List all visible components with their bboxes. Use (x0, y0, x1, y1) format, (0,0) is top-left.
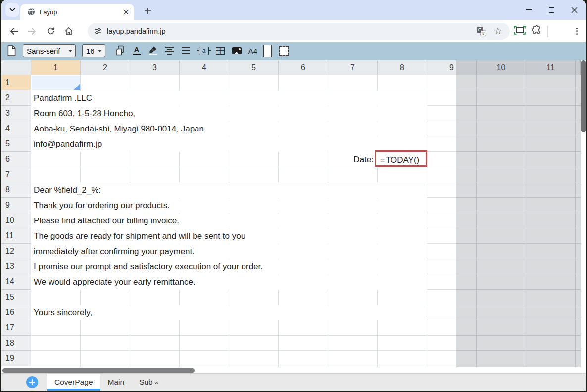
column-header-7[interactable]: 7 (328, 60, 378, 75)
window-minimize-button[interactable] (517, 0, 540, 20)
row-header-2[interactable]: 2 (1, 90, 31, 106)
url-bar[interactable]: layup.pandafirm.jp G 文 ☆ (88, 23, 510, 40)
column-header-1[interactable]: 1 (31, 60, 81, 75)
text-row-5[interactable]: info@pandafirm.jp (31, 137, 427, 152)
tab-close-icon[interactable]: ✕ (123, 8, 129, 16)
new-file-button[interactable] (6, 45, 16, 56)
row-header-9[interactable]: 9 (1, 198, 31, 213)
profile-avatar[interactable]: S (554, 24, 567, 38)
translate-button[interactable]: G 文 (475, 25, 487, 37)
grid-canvas[interactable]: Pandafirm .LLCRoom 603, 1-5-28 Honcho,Ao… (31, 75, 581, 367)
home-icon (64, 26, 74, 36)
row-header-1[interactable]: 1 (1, 75, 31, 90)
row-header-13[interactable]: 13 (1, 259, 31, 274)
row-header-6[interactable]: 6 (1, 152, 31, 167)
column-header-filler (576, 60, 581, 75)
tab-search-chevron-button[interactable] (5, 3, 19, 17)
column-header-8[interactable]: 8 (378, 60, 427, 75)
row-header-14[interactable]: 14 (1, 274, 31, 290)
grid-corner-box[interactable] (1, 60, 31, 75)
row-header-19[interactable]: 19 (1, 351, 31, 366)
app-toolbar: Sans-serif 16 A (1, 42, 586, 60)
text-row-10[interactable]: Please find attached our billing invoice… (31, 214, 427, 228)
row-header-17[interactable]: 17 (1, 320, 31, 336)
row-header-12[interactable]: 12 (1, 244, 31, 259)
fill-color-swatch (149, 54, 157, 56)
insert-image-button[interactable] (232, 47, 242, 54)
column-header-5[interactable]: 5 (229, 60, 279, 75)
sheet-tab-coverpage[interactable]: CoverPage (47, 374, 100, 391)
sheet-tab-sub[interactable]: Sub∞ (132, 374, 166, 391)
text-row-4[interactable]: Aoba-ku, Sendai-shi, Miyagi 980-0014, Ja… (31, 122, 427, 136)
row-header-5[interactable]: 5 (1, 136, 31, 152)
spreadsheet-grid: 1234567891011 12345678910111213141516171… (1, 60, 586, 367)
browser-tab[interactable]: Layup ✕ (20, 4, 134, 20)
new-tab-button[interactable] (141, 4, 155, 18)
text-row-11[interactable]: The goods are ready for shipment and wil… (31, 229, 427, 244)
window-close-button[interactable] (563, 0, 586, 20)
back-button[interactable] (7, 25, 20, 38)
text-row-14[interactable]: We would appreciate your early remittanc… (31, 275, 427, 290)
horizontal-scrollbar[interactable] (1, 367, 586, 373)
highlighted-formula-cell[interactable]: =TODAY() (375, 150, 427, 167)
row-header-10[interactable]: 10 (1, 213, 31, 228)
bookmark-button[interactable]: ☆ (492, 25, 504, 37)
column-header-9[interactable]: 9 (427, 60, 477, 75)
align-left-button[interactable] (164, 47, 174, 55)
font-family-select-wrap: Sans-serif (23, 44, 76, 57)
horizontal-scrollbar-thumb[interactable] (2, 368, 195, 373)
row-header-18[interactable]: 18 (1, 336, 31, 351)
page-size-label[interactable]: A4 (248, 47, 258, 55)
column-header-4[interactable]: 4 (180, 60, 229, 75)
row-header-16[interactable]: 16 (1, 305, 31, 320)
font-color-button[interactable]: A (132, 46, 142, 56)
text-row-8[interactable]: Dear %field_2_%: (31, 183, 427, 198)
cell-r6c7[interactable]: Date: (328, 152, 378, 167)
vertical-scrollbar[interactable] (581, 60, 586, 367)
vertical-scrollbar-thumb[interactable] (581, 60, 586, 132)
sheet-tabs: CoverPageMainSub∞ (47, 374, 166, 391)
text-row-12[interactable]: immediately after confirming your paymen… (31, 244, 427, 259)
fill-color-button[interactable] (148, 46, 158, 56)
column-header-10[interactable]: 10 (477, 60, 526, 75)
avatar-initial: S (558, 27, 563, 35)
column-headers: 1234567891011 (31, 60, 581, 75)
font-family-select[interactable]: Sans-serif (23, 44, 76, 57)
browser-menu-button[interactable] (573, 28, 581, 35)
column-header-11[interactable]: 11 (526, 60, 576, 75)
borders-button[interactable] (215, 47, 225, 55)
reload-button[interactable] (44, 25, 57, 38)
column-header-6[interactable]: 6 (279, 60, 328, 75)
url-text[interactable]: layup.pandafirm.jp (107, 27, 470, 35)
line-spacing-button[interactable] (181, 47, 191, 54)
sheet-tab-main[interactable]: Main (100, 374, 132, 391)
screen-capture-extension-button[interactable] (514, 26, 526, 37)
translate-icon: G 文 (476, 26, 486, 36)
minimize-icon (526, 9, 532, 10)
row-header-8[interactable]: 8 (1, 182, 31, 198)
chevron-down-icon (9, 8, 15, 12)
shrink-to-fit-button[interactable]: a (199, 47, 209, 55)
text-row-3[interactable]: Room 603, 1-5-28 Honcho, (31, 106, 427, 121)
row-header-4[interactable]: 4 (1, 121, 31, 136)
add-sheet-button[interactable] (26, 376, 38, 388)
page-orientation-button[interactable] (262, 45, 272, 57)
forward-button[interactable] (26, 25, 39, 38)
row-header-7[interactable]: 7 (1, 167, 31, 182)
print-area-button[interactable] (279, 46, 289, 56)
row-header-15[interactable]: 15 (1, 290, 31, 305)
text-row-16[interactable]: Yours sincerely, (31, 305, 427, 320)
row-header-11[interactable]: 11 (1, 228, 31, 244)
row-header-3[interactable]: 3 (1, 106, 31, 121)
selected-cell[interactable] (32, 76, 80, 90)
copy-button[interactable] (115, 45, 125, 56)
column-header-2[interactable]: 2 (81, 60, 130, 75)
text-row-9[interactable]: Thank you for ordering our products. (31, 198, 427, 213)
text-row-2[interactable]: Pandafirm .LLC (31, 91, 427, 106)
font-size-select[interactable]: 16 (82, 44, 105, 57)
home-button[interactable] (62, 25, 75, 38)
extensions-button[interactable] (532, 25, 541, 37)
text-row-13[interactable]: I promise our prompt and satisfactory ex… (31, 260, 427, 274)
window-maximize-button[interactable] (540, 0, 563, 20)
column-header-3[interactable]: 3 (130, 60, 180, 75)
